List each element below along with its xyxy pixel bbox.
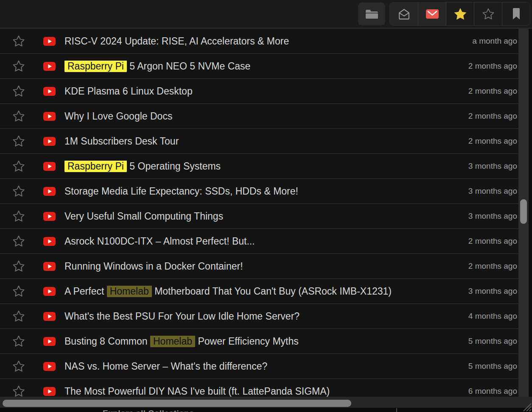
list-item[interactable]: 1M Subscribers Desk Tour2 months ago [0, 129, 518, 154]
star-toggle-button[interactable] [12, 110, 25, 122]
item-title[interactable]: Busting 8 Common Homelab Power Efficienc… [64, 336, 462, 347]
list-item[interactable]: What's the Best PSU For Your Low Idle Ho… [0, 304, 518, 329]
list-item[interactable]: Asrock N100DC-ITX – Almost Perfect! But.… [0, 229, 518, 254]
list-item[interactable]: KDE Plasma 6 Linux Desktop2 months ago [0, 79, 518, 104]
item-timestamp: 2 months ago [468, 61, 518, 71]
star-outline-button[interactable] [474, 3, 502, 25]
item-title[interactable]: KDE Plasma 6 Linux Desktop [64, 86, 462, 97]
list-item[interactable]: Busting 8 Common Homelab Power Efficienc… [0, 329, 518, 354]
star-toggle-button[interactable] [12, 235, 25, 248]
star-toggle-button[interactable] [12, 310, 25, 323]
item-title[interactable]: RISC-V 2024 Update: RISE, AI Accelerator… [64, 36, 466, 47]
title-text: 5 Operating Systems [127, 161, 221, 172]
item-title[interactable]: Asrock N100DC-ITX – Almost Perfect! But.… [64, 236, 462, 247]
star-outline-icon [12, 35, 25, 47]
inbox-button[interactable] [390, 3, 418, 25]
inbox-icon [398, 8, 411, 21]
item-title[interactable]: Running Windows in a Docker Container! [64, 261, 462, 272]
title-text: KDE Plasma 6 Linux Desktop [64, 86, 193, 97]
item-timestamp: 2 months ago [468, 136, 518, 146]
title-text: NAS vs. Home Server – What's the differe… [64, 361, 267, 372]
explore-all-collections-link[interactable]: Explore all Collections [103, 409, 194, 412]
item-title[interactable]: Very Useful Small Computing Things [64, 211, 462, 222]
horizontal-scrollbar[interactable] [0, 397, 532, 408]
item-title[interactable]: The Most Powerful DIY NAS I've built (ft… [64, 386, 462, 397]
star-toggle-button[interactable] [12, 285, 25, 298]
youtube-icon [43, 312, 56, 321]
resize-grip-icon[interactable] [521, 401, 532, 412]
title-text: Very Useful Small Computing Things [64, 211, 223, 222]
list-item[interactable]: Storage Media Life Expectancy: SSDs, HDD… [0, 179, 518, 204]
item-title[interactable]: Storage Media Life Expectancy: SSDs, HDD… [64, 186, 462, 197]
search-highlight: Homelab [107, 286, 152, 297]
star-outline-icon [12, 160, 25, 173]
title-text: Storage Media Life Expectancy: SSDs, HDD… [64, 186, 298, 197]
list-item[interactable]: Running Windows in a Docker Container!2 … [0, 254, 518, 279]
feed-reader-window: RISC-V 2024 Update: RISE, AI Accelerator… [0, 0, 532, 412]
starred-button[interactable] [446, 3, 474, 25]
title-text: Why I Love Google Docs [64, 111, 172, 122]
list-item[interactable]: Very Useful Small Computing Things3 mont… [0, 204, 518, 229]
item-timestamp: 3 months ago [468, 187, 518, 196]
star-toggle-button[interactable] [12, 260, 25, 273]
star-toggle-button[interactable] [12, 360, 25, 373]
list-item[interactable]: NAS vs. Home Server – What's the differe… [0, 354, 518, 379]
filter-button-group [389, 2, 530, 26]
item-timestamp: 2 months ago [468, 86, 518, 96]
list-item[interactable]: Raspberry Pi 5 Argon NEO 5 NVMe Case2 mo… [0, 54, 518, 79]
search-highlight: Raspberry Pi [64, 61, 127, 72]
list-item[interactable]: RISC-V 2024 Update: RISE, AI Accelerator… [0, 29, 518, 54]
list-item[interactable]: A Perfect Homelab Motherboard That You C… [0, 279, 518, 304]
star-toggle-button[interactable] [12, 85, 25, 97]
title-text: Motherboard That You Can't Buy (ASRock I… [152, 286, 392, 297]
youtube-icon [43, 237, 56, 246]
list-item[interactable]: Why I Love Google Docs2 months ago [0, 104, 518, 129]
list-item[interactable]: Raspberry Pi 5 Operating Systems3 months… [0, 154, 518, 179]
star-outline-icon [12, 60, 25, 72]
youtube-icon [43, 162, 56, 171]
star-toggle-button[interactable] [12, 135, 25, 148]
youtube-icon [43, 187, 56, 196]
youtube-icon [43, 87, 56, 96]
star-toggle-button[interactable] [12, 385, 25, 398]
star-toggle-button[interactable] [12, 185, 25, 198]
item-title[interactable]: A Perfect Homelab Motherboard That You C… [64, 286, 462, 297]
star-toggle-button[interactable] [12, 60, 25, 72]
item-title[interactable]: 1M Subscribers Desk Tour [64, 136, 462, 147]
star-toggle-button[interactable] [12, 35, 25, 47]
star-outline-icon [482, 8, 495, 20]
star-outline-icon [12, 260, 25, 273]
item-title[interactable]: Raspberry Pi 5 Argon NEO 5 NVMe Case [64, 61, 462, 72]
item-timestamp: 4 months ago [468, 312, 518, 321]
unread-mail-button[interactable] [418, 3, 446, 25]
youtube-icon [43, 37, 56, 46]
youtube-source-icon [43, 187, 56, 196]
footer-divider [396, 408, 397, 412]
youtube-icon [43, 387, 56, 396]
article-list: RISC-V 2024 Update: RISE, AI Accelerator… [0, 29, 518, 404]
youtube-source-icon [43, 37, 56, 46]
bookmark-button[interactable] [502, 3, 530, 25]
youtube-icon [43, 287, 56, 296]
youtube-source-icon [43, 337, 56, 346]
folder-icon [364, 8, 379, 20]
item-title[interactable]: What's the Best PSU For Your Low Idle Ho… [64, 311, 462, 322]
star-toggle-button[interactable] [12, 160, 25, 173]
bookmark-icon [511, 8, 521, 20]
star-outline-icon [12, 285, 25, 298]
star-outline-icon [12, 360, 25, 373]
star-toggle-button[interactable] [12, 335, 25, 348]
item-title[interactable]: NAS vs. Home Server – What's the differe… [64, 361, 462, 372]
star-toggle-button[interactable] [12, 210, 25, 223]
title-text: 5 Argon NEO 5 NVMe Case [127, 61, 250, 72]
title-text: Busting 8 Common [64, 336, 150, 347]
vertical-scrollbar-thumb[interactable] [520, 199, 527, 224]
horizontal-scrollbar-thumb[interactable] [3, 400, 351, 407]
title-text: Running Windows in a Docker Container! [64, 261, 243, 272]
item-title[interactable]: Raspberry Pi 5 Operating Systems [64, 161, 462, 172]
folder-button[interactable] [358, 3, 385, 25]
youtube-icon [43, 137, 56, 146]
vertical-scrollbar[interactable] [518, 29, 529, 397]
toolbar [0, 0, 532, 28]
item-title[interactable]: Why I Love Google Docs [64, 111, 462, 122]
